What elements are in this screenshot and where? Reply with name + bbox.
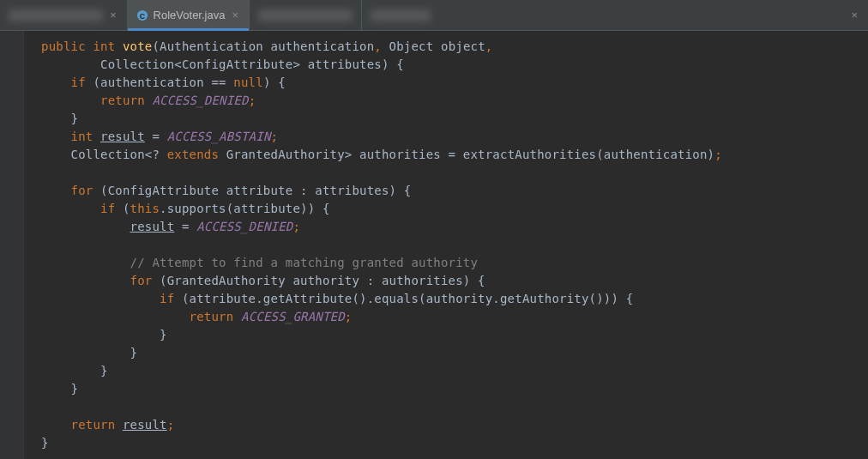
svg-text:C: C (139, 11, 145, 20)
code-line (41, 400, 49, 414)
code-line: } (41, 364, 108, 377)
code-line: } (41, 346, 137, 359)
code-line: for (GrantedAuthority authority : author… (41, 274, 485, 287)
tab-label-blurred (9, 9, 103, 21)
code-line: } (41, 436, 49, 450)
tab-bar: × C RoleVoter.java × × (0, 0, 868, 31)
tab-label-blurred (371, 9, 431, 21)
tab-active[interactable]: C RoleVoter.java × (128, 0, 250, 30)
code-line (41, 238, 49, 251)
code-line: return result; (41, 418, 174, 432)
code-area[interactable]: public int vote(Authentication authentic… (24, 31, 868, 459)
tab-inactive-3[interactable]: × (362, 0, 868, 30)
tab-inactive-2[interactable] (250, 0, 362, 30)
code-line: for (ConfigAttribute attribute : attribu… (41, 184, 411, 197)
code-line: } (41, 328, 167, 341)
close-icon[interactable]: × (230, 9, 240, 21)
gutter (0, 31, 24, 459)
code-line: result = ACCESS_DENIED; (41, 220, 300, 233)
code-line: public int vote(Authentication authentic… (41, 39, 492, 53)
code-line: return ACCESS_DENIED; (41, 94, 256, 107)
code-line: Collection<ConfigAttribute> attributes) … (41, 57, 404, 71)
tab-inactive-1[interactable]: × (0, 0, 128, 30)
code-line: return ACCESS_GRANTED; (41, 310, 352, 323)
code-line: } (41, 382, 78, 396)
code-line: if (attribute.getAttribute().equals(auth… (41, 292, 633, 305)
java-class-icon: C (136, 9, 148, 21)
code-line: int result = ACCESS_ABSTAIN; (41, 130, 278, 143)
code-line: if (this.supports(attribute)) { (41, 202, 330, 215)
tab-label: RoleVoter.java (154, 9, 226, 21)
tab-label-blurred (258, 9, 353, 21)
code-editor[interactable]: public int vote(Authentication authentic… (0, 31, 868, 459)
close-icon[interactable]: × (849, 9, 859, 21)
code-line: Collection<? extends GrantedAuthority> a… (41, 148, 722, 161)
close-icon[interactable]: × (108, 9, 118, 21)
code-line (41, 166, 49, 179)
code-line: // Attempt to find a matching granted au… (41, 256, 478, 269)
code-line: } (41, 112, 78, 125)
code-line: if (authentication == null) { (41, 75, 286, 89)
